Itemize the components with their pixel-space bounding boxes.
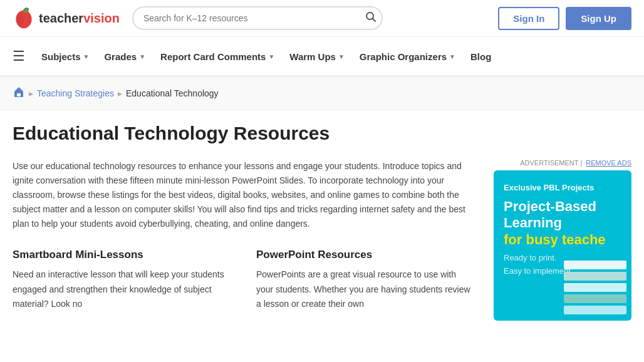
smartboard-section: Smartboard Mini-Lessons Need an interact… xyxy=(13,249,231,311)
search-bar xyxy=(132,6,383,30)
header-actions: Sign In Sign Up xyxy=(498,7,631,30)
breadcrumb-teaching-strategies[interactable]: Teaching Strategies xyxy=(37,88,114,98)
main-content: Use our educational technology resources… xyxy=(13,159,475,321)
svg-point-1 xyxy=(17,14,24,25)
ad-book-4 xyxy=(564,294,626,303)
search-input[interactable] xyxy=(132,6,383,30)
home-icon xyxy=(13,85,25,98)
header: teachervision Sign In Sign Up xyxy=(0,0,644,37)
search-icon xyxy=(365,11,377,23)
powerpoint-text: PowerPoints are a great visual resource … xyxy=(256,267,475,311)
intro-text: Use our educational technology resources… xyxy=(13,159,475,231)
ad-book-5 xyxy=(564,306,626,314)
nav-warm-ups[interactable]: Warm Ups ▼ xyxy=(282,40,352,73)
smartboard-heading: Smartboard Mini-Lessons xyxy=(13,249,231,261)
powerpoint-section: PowerPoint Resources PowerPoints are a g… xyxy=(256,249,475,311)
ad-book-1 xyxy=(564,261,626,269)
ad-card[interactable]: Exclusive PBL Projects Project-Based Lea… xyxy=(494,170,631,321)
nav-graphic-organizers[interactable]: Graphic Organizers ▼ xyxy=(352,40,463,73)
svg-rect-5 xyxy=(17,93,21,96)
ad-sidebar: ADVERTISEMENT | REMOVE ADS Exclusive PBL… xyxy=(494,159,631,321)
signup-button[interactable]: Sign Up xyxy=(566,7,631,30)
ad-title: Project-Based Learning for busy teache xyxy=(504,199,621,248)
smartboard-text: Need an interactive lesson that will kee… xyxy=(13,267,231,311)
breadcrumb-current: Educational Technology xyxy=(126,88,219,98)
breadcrumb-sep-2: ▸ xyxy=(118,88,122,98)
signin-button[interactable]: Sign In xyxy=(498,7,559,30)
report-card-caret-icon: ▼ xyxy=(268,53,274,60)
nav-grades[interactable]: Grades ▼ xyxy=(96,40,153,73)
ad-book-stack xyxy=(564,261,626,314)
main-nav: ☰ Subjects ▼ Grades ▼ Report Card Commen… xyxy=(0,37,644,76)
ad-tag: Exclusive PBL Projects xyxy=(504,183,621,192)
page-title-area: Educational Technology Resources xyxy=(0,110,644,159)
nav-subjects[interactable]: Subjects ▼ xyxy=(34,40,96,73)
remove-ads-button[interactable]: REMOVE ADS xyxy=(586,159,631,167)
ad-book-2 xyxy=(564,272,626,281)
svg-line-4 xyxy=(372,19,375,22)
nav-report-card-comments[interactable]: Report Card Comments ▼ xyxy=(153,40,282,73)
section-grid: Smartboard Mini-Lessons Need an interact… xyxy=(13,249,475,311)
breadcrumb-sep-1: ▸ xyxy=(29,88,33,98)
apple-icon xyxy=(13,7,35,29)
content-area: Use our educational technology resources… xyxy=(0,159,644,333)
logo-text: teachervision xyxy=(39,11,120,26)
nav-blog[interactable]: Blog xyxy=(463,40,499,73)
subjects-caret-icon: ▼ xyxy=(83,53,90,60)
warm-ups-caret-icon: ▼ xyxy=(338,53,345,60)
logo[interactable]: teachervision xyxy=(13,7,120,29)
powerpoint-heading: PowerPoint Resources xyxy=(256,249,475,261)
breadcrumb-home[interactable] xyxy=(13,85,25,101)
breadcrumb: ▸ Teaching Strategies ▸ Educational Tech… xyxy=(0,76,644,110)
page-title: Educational Technology Resources xyxy=(13,123,631,144)
hamburger-menu[interactable]: ☰ xyxy=(13,37,25,76)
graphic-organizers-caret-icon: ▼ xyxy=(449,53,455,60)
ad-label: ADVERTISEMENT | REMOVE ADS xyxy=(494,159,631,167)
grades-caret-icon: ▼ xyxy=(139,53,145,60)
ad-book-3 xyxy=(564,283,626,292)
search-button[interactable] xyxy=(365,11,377,25)
